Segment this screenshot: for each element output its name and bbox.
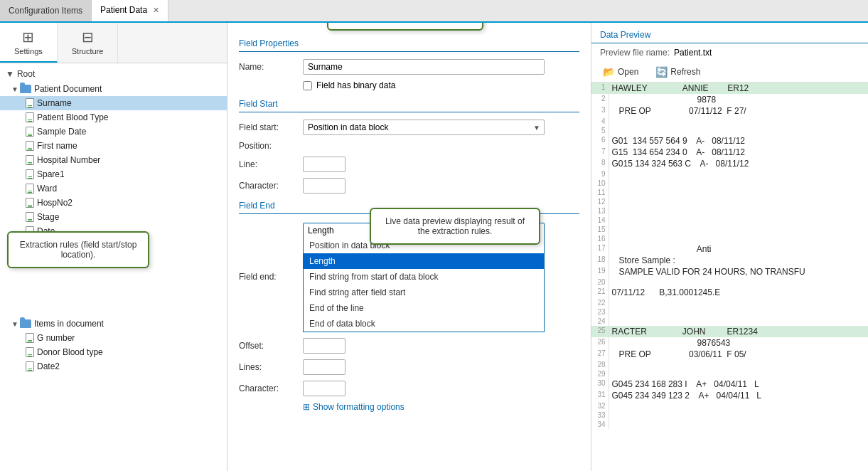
- table-row: 20: [591, 277, 868, 287]
- table-row: 33: [591, 411, 868, 420]
- tree-node-hospno2[interactable]: HospNo2: [0, 196, 227, 210]
- extraction-callout-text: Extraction rules (field start/stop locat…: [20, 240, 137, 260]
- line-input[interactable]: [303, 157, 345, 172]
- line-content: SAMPLE VALID FOR 24 HOURS, NO TRANSFU: [609, 266, 868, 277]
- settings-label: Settings: [14, 47, 43, 55]
- binary-label: Field has binary data: [316, 80, 395, 90]
- tab-patient[interactable]: Patient Data ✕: [92, 0, 168, 21]
- show-formatting-label: Show formatting options: [313, 402, 404, 412]
- character-input[interactable]: [303, 178, 345, 194]
- middle-panel: List of defined fields Field Properties …: [227, 23, 591, 471]
- tree-node-hospital[interactable]: Hospital Number: [0, 153, 227, 167]
- tree-node-donor-blood[interactable]: Donor Blood type: [0, 345, 227, 359]
- table-row: 10: [591, 179, 868, 188]
- field-start-select[interactable]: Position in data block: [303, 120, 545, 135]
- line-content: G015 134 324 563 C A- 08/11/12: [609, 158, 868, 169]
- line-number: 24: [591, 317, 609, 326]
- doc-icon-surname: [26, 98, 34, 108]
- tree-node-g-number[interactable]: G number: [0, 331, 227, 345]
- offset-row: Offset:: [239, 338, 579, 354]
- lines-input[interactable]: [303, 359, 345, 375]
- dropdown-option-end-line[interactable]: End of the line: [304, 300, 544, 316]
- dropdown-option-length[interactable]: Length: [304, 253, 544, 269]
- tree-root: ▼ Root: [0, 66, 227, 82]
- line-number: 15: [591, 225, 609, 234]
- donor-blood-label: Donor Blood type: [37, 347, 103, 357]
- lines-row: Lines:: [239, 359, 579, 375]
- binary-checkbox[interactable]: [303, 81, 312, 90]
- open-button[interactable]: 📂 Open: [600, 65, 641, 79]
- field-end-dropdown-list: Position in data block Length Find strin…: [303, 238, 545, 332]
- field-start-label: Field start:: [239, 122, 303, 132]
- line-content: PRE OP 03/06/11 F 05/: [609, 349, 868, 360]
- line-content: [609, 317, 868, 326]
- close-icon[interactable]: ✕: [153, 6, 159, 15]
- tree-node-patient-doc[interactable]: ▼ Patient Document: [0, 82, 227, 96]
- field-start-title: Field Start: [239, 97, 579, 112]
- extraction-callout: Extraction rules (field start/stop locat…: [7, 231, 149, 268]
- line-number: 17: [591, 243, 609, 255]
- line-content: [609, 298, 868, 307]
- offset-label: Offset:: [239, 341, 303, 351]
- line-number: 6: [591, 135, 609, 147]
- line-content: G15 134 654 234 0 A- 08/11/12: [609, 147, 868, 158]
- line-content: [609, 411, 868, 420]
- dropdown-option-end-block[interactable]: End of data block: [304, 316, 544, 332]
- dropdown-option-find-start[interactable]: Find string from start of data block: [304, 269, 544, 285]
- doc-icon-hospital: [26, 155, 34, 165]
- name-label: Name:: [239, 62, 303, 72]
- line-content: PRE OP 07/11/12 F 27/: [609, 105, 868, 117]
- table-row: 13: [591, 206, 868, 216]
- doc-icon-sample: [26, 127, 34, 137]
- end-char-input[interactable]: [303, 381, 345, 396]
- tree-node-items-doc[interactable]: ▼ Items in document: [0, 317, 227, 331]
- field-start-dropdown-wrapper: Position in data block ▼: [303, 120, 545, 135]
- table-row: 24: [591, 317, 868, 326]
- offset-input[interactable]: [303, 338, 345, 354]
- toolbar-settings[interactable]: ⊞ Settings: [0, 23, 58, 63]
- name-input[interactable]: [303, 59, 545, 75]
- end-character-row: Character:: [239, 381, 579, 396]
- refresh-button[interactable]: 🔄 Refresh: [653, 65, 703, 79]
- table-row: 19 SAMPLE VALID FOR 24 HOURS, NO TRANSFU: [591, 266, 868, 277]
- refresh-label: Refresh: [670, 67, 700, 77]
- preview-filename-row: Preview file name: Patient.txt: [591, 43, 868, 62]
- table-row: 8G015 134 324 563 C A- 08/11/12: [591, 158, 868, 169]
- show-formatting-link[interactable]: ⊞ Show formatting options: [303, 402, 579, 412]
- tree-node-sample-date[interactable]: Sample Date: [0, 125, 227, 139]
- line-number: 26: [591, 337, 609, 349]
- tree-node-spare1[interactable]: Spare1: [0, 167, 227, 181]
- hospital-label: Hospital Number: [37, 155, 100, 165]
- tree-node-stage[interactable]: Stage: [0, 210, 227, 224]
- line-number: 19: [591, 266, 609, 277]
- character-row: Character:: [239, 178, 579, 194]
- tab-config-label: Configuration Items: [9, 6, 82, 16]
- tab-config[interactable]: Configuration Items: [0, 0, 92, 21]
- tree-node-ward[interactable]: Ward: [0, 181, 227, 196]
- toolbar-structure[interactable]: ⊟ Structure: [58, 23, 119, 63]
- table-row: 2107/11/12 B,31.0001245.E: [591, 287, 868, 298]
- field-start-row: Field start: Position in data block ▼: [239, 120, 579, 135]
- tree-node-blood-type[interactable]: Patient Blood Type: [0, 110, 227, 125]
- line-label: Line:: [239, 159, 303, 169]
- line-content: [609, 277, 868, 287]
- dropdown-option-find-after[interactable]: Find string after field start: [304, 285, 544, 300]
- line-content: 9876543: [609, 337, 868, 349]
- line-number: 32: [591, 401, 609, 411]
- line-number: 34: [591, 420, 609, 429]
- title-bar: Configuration Items Patient Data ✕: [0, 0, 868, 23]
- line-number: 4: [591, 117, 609, 126]
- table-row: 29: [591, 369, 868, 379]
- line-number: 31: [591, 390, 609, 401]
- table-row: 6G01 134 557 564 9 A- 08/11/12: [591, 135, 868, 147]
- tree-node-date2[interactable]: Date2: [0, 359, 227, 374]
- line-number: 30: [591, 379, 609, 390]
- line-number: 29: [591, 369, 609, 379]
- table-row: 18 Store Sample :: [591, 255, 868, 266]
- line-content: [609, 369, 868, 379]
- tree-node-first-name[interactable]: First name: [0, 139, 227, 153]
- tree-node-surname[interactable]: Surname: [0, 96, 227, 110]
- doc-icon-spare1: [26, 169, 34, 179]
- line-content: [609, 360, 868, 369]
- table-row: 3 PRE OP 07/11/12 F 27/: [591, 105, 868, 117]
